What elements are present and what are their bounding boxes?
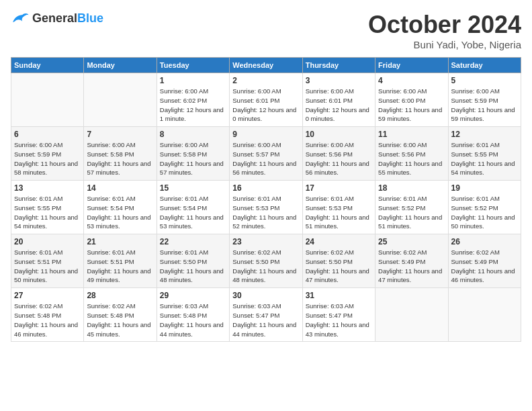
calendar-day-cell: 6Sunrise: 6:00 AMSunset: 5:59 PMDaylight… bbox=[11, 127, 84, 181]
day-number: 22 bbox=[160, 237, 226, 246]
calendar-day-cell: 7Sunrise: 6:00 AMSunset: 5:58 PMDaylight… bbox=[84, 127, 157, 181]
calendar-day-cell: 30Sunrise: 6:03 AMSunset: 5:47 PMDayligh… bbox=[230, 288, 302, 342]
day-info: Sunrise: 6:00 AMSunset: 6:01 PMDaylight:… bbox=[232, 87, 299, 124]
month-title: October 2024 bbox=[368, 11, 521, 39]
weekday-header: Friday bbox=[375, 58, 448, 73]
location-title: Buni Yadi, Yobe, Nigeria bbox=[368, 39, 521, 50]
day-info: Sunrise: 6:02 AMSunset: 5:50 PMDaylight:… bbox=[232, 248, 299, 285]
calendar-day-cell: 12Sunrise: 6:01 AMSunset: 5:55 PMDayligh… bbox=[448, 127, 521, 181]
day-number: 12 bbox=[451, 130, 518, 139]
calendar-week-row: 6Sunrise: 6:00 AMSunset: 5:59 PMDaylight… bbox=[11, 127, 521, 181]
day-number: 13 bbox=[14, 183, 81, 193]
day-number: 25 bbox=[378, 237, 445, 246]
calendar-day-cell bbox=[84, 73, 157, 127]
calendar-day-cell: 22Sunrise: 6:01 AMSunset: 5:50 PMDayligh… bbox=[157, 234, 229, 288]
day-number: 9 bbox=[232, 130, 299, 139]
day-number: 28 bbox=[87, 291, 153, 300]
day-info: Sunrise: 6:03 AMSunset: 5:47 PMDaylight:… bbox=[232, 302, 299, 338]
weekday-header: Tuesday bbox=[157, 58, 229, 73]
calendar-day-cell: 29Sunrise: 6:03 AMSunset: 5:48 PMDayligh… bbox=[157, 288, 229, 342]
day-number: 24 bbox=[306, 237, 372, 246]
calendar-day-cell: 5Sunrise: 6:00 AMSunset: 5:59 PMDaylight… bbox=[448, 73, 521, 127]
calendar-day-cell bbox=[11, 73, 84, 127]
day-info: Sunrise: 6:00 AMSunset: 5:58 PMDaylight:… bbox=[160, 140, 226, 177]
day-info: Sunrise: 6:01 AMSunset: 5:54 PMDaylight:… bbox=[160, 194, 226, 231]
day-number: 18 bbox=[378, 183, 445, 193]
calendar-week-row: 27Sunrise: 6:02 AMSunset: 5:48 PMDayligh… bbox=[11, 288, 521, 342]
calendar-day-cell: 26Sunrise: 6:02 AMSunset: 5:49 PMDayligh… bbox=[448, 234, 521, 288]
day-info: Sunrise: 6:03 AMSunset: 5:48 PMDaylight:… bbox=[160, 302, 226, 338]
calendar-day-cell: 15Sunrise: 6:01 AMSunset: 5:54 PMDayligh… bbox=[157, 181, 229, 234]
day-info: Sunrise: 6:00 AMSunset: 6:02 PMDaylight:… bbox=[160, 87, 226, 124]
calendar-day-cell: 19Sunrise: 6:01 AMSunset: 5:52 PMDayligh… bbox=[448, 181, 521, 234]
calendar-day-cell: 14Sunrise: 6:01 AMSunset: 5:54 PMDayligh… bbox=[84, 181, 157, 234]
day-number: 16 bbox=[232, 183, 299, 193]
day-number: 4 bbox=[378, 76, 445, 85]
day-info: Sunrise: 6:00 AMSunset: 5:57 PMDaylight:… bbox=[232, 140, 299, 177]
weekday-header: Sunday bbox=[11, 58, 84, 73]
calendar-day-cell: 11Sunrise: 6:00 AMSunset: 5:56 PMDayligh… bbox=[375, 127, 448, 181]
day-info: Sunrise: 6:00 AMSunset: 5:56 PMDaylight:… bbox=[306, 140, 372, 177]
calendar-day-cell: 9Sunrise: 6:00 AMSunset: 5:57 PMDaylight… bbox=[230, 127, 302, 181]
day-number: 8 bbox=[160, 130, 226, 139]
calendar-day-cell: 8Sunrise: 6:00 AMSunset: 5:58 PMDaylight… bbox=[157, 127, 229, 181]
day-info: Sunrise: 6:02 AMSunset: 5:50 PMDaylight:… bbox=[306, 248, 372, 285]
day-number: 30 bbox=[232, 291, 299, 300]
calendar-day-cell: 2Sunrise: 6:00 AMSunset: 6:01 PMDaylight… bbox=[230, 73, 302, 127]
day-number: 20 bbox=[14, 237, 81, 246]
day-info: Sunrise: 6:03 AMSunset: 5:47 PMDaylight:… bbox=[306, 302, 372, 338]
title-block: October 2024 Buni Yadi, Yobe, Nigeria bbox=[368, 11, 521, 50]
calendar-day-cell: 20Sunrise: 6:01 AMSunset: 5:51 PMDayligh… bbox=[11, 234, 84, 288]
day-number: 19 bbox=[451, 183, 518, 193]
calendar-day-cell: 10Sunrise: 6:00 AMSunset: 5:56 PMDayligh… bbox=[302, 127, 375, 181]
day-number: 10 bbox=[306, 130, 372, 139]
weekday-header: Wednesday bbox=[230, 58, 302, 73]
calendar-day-cell: 24Sunrise: 6:02 AMSunset: 5:50 PMDayligh… bbox=[302, 234, 375, 288]
day-info: Sunrise: 6:01 AMSunset: 5:53 PMDaylight:… bbox=[232, 194, 299, 231]
day-number: 2 bbox=[232, 76, 299, 85]
day-info: Sunrise: 6:00 AMSunset: 5:58 PMDaylight:… bbox=[87, 140, 153, 177]
logo-blue: Blue bbox=[77, 11, 103, 25]
day-info: Sunrise: 6:00 AMSunset: 5:59 PMDaylight:… bbox=[14, 140, 81, 177]
day-info: Sunrise: 6:00 AMSunset: 5:56 PMDaylight:… bbox=[378, 140, 445, 177]
calendar-week-row: 1Sunrise: 6:00 AMSunset: 6:02 PMDaylight… bbox=[11, 73, 521, 127]
calendar-day-cell: 13Sunrise: 6:01 AMSunset: 5:55 PMDayligh… bbox=[11, 181, 84, 234]
calendar-day-cell: 21Sunrise: 6:01 AMSunset: 5:51 PMDayligh… bbox=[84, 234, 157, 288]
day-number: 7 bbox=[87, 130, 153, 139]
day-info: Sunrise: 6:01 AMSunset: 5:52 PMDaylight:… bbox=[451, 194, 518, 231]
day-number: 11 bbox=[378, 130, 445, 139]
day-number: 23 bbox=[232, 237, 299, 246]
logo-general: General bbox=[32, 11, 77, 25]
day-number: 5 bbox=[451, 76, 518, 85]
day-number: 6 bbox=[14, 130, 81, 139]
calendar-day-cell: 27Sunrise: 6:02 AMSunset: 5:48 PMDayligh… bbox=[11, 288, 84, 342]
day-number: 27 bbox=[14, 291, 81, 300]
day-info: Sunrise: 6:00 AMSunset: 6:00 PMDaylight:… bbox=[378, 87, 445, 124]
day-number: 21 bbox=[87, 237, 153, 246]
page-header: GeneralBlue October 2024 Buni Yadi, Yobe… bbox=[11, 11, 521, 50]
day-info: Sunrise: 6:00 AMSunset: 6:01 PMDaylight:… bbox=[306, 87, 372, 124]
day-info: Sunrise: 6:01 AMSunset: 5:53 PMDaylight:… bbox=[306, 194, 372, 231]
day-number: 17 bbox=[306, 183, 372, 193]
day-info: Sunrise: 6:00 AMSunset: 5:59 PMDaylight:… bbox=[451, 87, 518, 124]
day-info: Sunrise: 6:01 AMSunset: 5:55 PMDaylight:… bbox=[14, 194, 81, 231]
calendar-day-cell: 1Sunrise: 6:00 AMSunset: 6:02 PMDaylight… bbox=[157, 73, 229, 127]
logo: GeneralBlue bbox=[11, 11, 103, 26]
logo-bird-icon bbox=[11, 11, 30, 26]
calendar-day-cell: 25Sunrise: 6:02 AMSunset: 5:49 PMDayligh… bbox=[375, 234, 448, 288]
day-number: 15 bbox=[160, 183, 226, 193]
day-info: Sunrise: 6:01 AMSunset: 5:54 PMDaylight:… bbox=[87, 194, 153, 231]
calendar-day-cell bbox=[375, 288, 448, 342]
day-number: 26 bbox=[451, 237, 518, 246]
day-info: Sunrise: 6:01 AMSunset: 5:51 PMDaylight:… bbox=[87, 248, 153, 285]
day-number: 31 bbox=[306, 291, 372, 300]
calendar-table: SundayMondayTuesdayWednesdayThursdayFrid… bbox=[11, 57, 521, 342]
weekday-header: Thursday bbox=[302, 58, 375, 73]
day-number: 1 bbox=[160, 76, 226, 85]
day-info: Sunrise: 6:01 AMSunset: 5:52 PMDaylight:… bbox=[378, 194, 445, 231]
calendar-day-cell: 17Sunrise: 6:01 AMSunset: 5:53 PMDayligh… bbox=[302, 181, 375, 234]
day-info: Sunrise: 6:02 AMSunset: 5:49 PMDaylight:… bbox=[451, 248, 518, 285]
calendar-header-row: SundayMondayTuesdayWednesdayThursdayFrid… bbox=[11, 58, 521, 73]
day-info: Sunrise: 6:02 AMSunset: 5:49 PMDaylight:… bbox=[378, 248, 445, 285]
calendar-week-row: 13Sunrise: 6:01 AMSunset: 5:55 PMDayligh… bbox=[11, 181, 521, 234]
